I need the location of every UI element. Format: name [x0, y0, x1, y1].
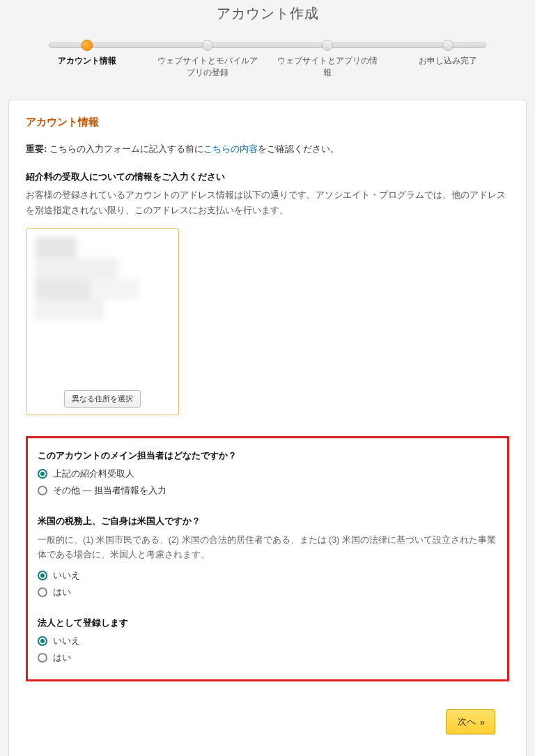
notice-link[interactable]: こちらの内容 [203, 144, 258, 154]
address-box: 異なる住所を選択 [26, 228, 179, 415]
radio-option-payee[interactable]: 上記の紹介料受取人 [38, 468, 497, 480]
radio-option-yes[interactable]: はい [38, 586, 497, 599]
next-button-label: 次へ [458, 716, 476, 728]
question-description: 一般的に、(1) 米国市民である、(2) 米国の合法的居住者である、または (3… [38, 533, 497, 563]
card-footer: 次へ » [26, 702, 509, 755]
step-website-register: ウェブサイトとモバイルアプリの登録 [155, 37, 260, 79]
radio-option-other[interactable]: その他 — 担当者情報を入力 [38, 484, 497, 497]
radio-option-no[interactable]: いいえ [38, 635, 497, 647]
radio-label: いいえ [53, 569, 80, 582]
radio-icon [38, 469, 47, 479]
step-complete: お申し込み完了 [396, 37, 500, 79]
step-account-info: アカウント情報 [35, 37, 139, 79]
radio-label: その他 — 担当者情報を入力 [53, 484, 166, 497]
question-corporation: 法人として登録します いいえ はい [38, 617, 497, 664]
account-info-card: アカウント情報 重要: こちらの入力フォームに記入する前にこちらの内容をご確認く… [8, 100, 527, 756]
notice-label: 重要: [26, 144, 47, 154]
step-website-info: ウェブサイトとアプリの情報 [275, 37, 380, 79]
step-dot-icon [322, 40, 333, 51]
next-button[interactable]: 次へ » [446, 709, 495, 734]
step-dot-icon [202, 40, 213, 51]
page-title: アカウント作成 [0, 0, 535, 37]
radio-icon [38, 486, 47, 495]
radio-option-no[interactable]: いいえ [38, 569, 497, 582]
payee-heading: 紹介料の受取人についての情報をご入力ください [26, 171, 509, 183]
radio-label: 上記の紹介料受取人 [53, 468, 134, 480]
step-dot-icon [442, 40, 453, 51]
step-dot-icon [82, 40, 93, 51]
important-notice: 重要: こちらの入力フォームに記入する前にこちらの内容をご確認ください。 [26, 143, 509, 155]
progress-stepper: アカウント情報 ウェブサイトとモバイルアプリの登録 ウェブサイトとアプリの情報 … [35, 37, 500, 79]
double-chevron-right-icon: » [480, 717, 483, 727]
card-title: アカウント情報 [26, 116, 509, 129]
address-blurred-content [35, 237, 170, 383]
highlighted-questions-box: このアカウントのメイン担当者はどなたですか？ 上記の紹介料受取人 その他 — 担… [26, 436, 509, 682]
radio-label: いいえ [53, 635, 80, 647]
notice-text-before: こちらの入力フォームに記入する前に [47, 144, 203, 154]
notice-text-after: をご確認ください。 [258, 144, 339, 154]
question-title: このアカウントのメイン担当者はどなたですか？ [38, 449, 497, 462]
radio-icon [38, 653, 47, 663]
step-label: ウェブサイトとモバイルアプリの登録 [155, 55, 260, 79]
question-title: 法人として登録します [38, 617, 497, 629]
radio-label: はい [53, 651, 71, 664]
radio-icon [38, 636, 47, 646]
radio-icon [38, 587, 47, 597]
question-us-person: 米国の税務上、ご自身は米国人ですか？ 一般的に、(1) 米国市民である、(2) … [38, 515, 497, 599]
step-label: ウェブサイトとアプリの情報 [275, 55, 380, 79]
question-main-contact: このアカウントのメイン担当者はどなたですか？ 上記の紹介料受取人 その他 — 担… [38, 449, 497, 497]
radio-label: はい [53, 586, 71, 599]
step-label: アカウント情報 [35, 55, 139, 67]
radio-option-yes[interactable]: はい [38, 651, 497, 664]
radio-icon [38, 571, 47, 580]
select-different-address-button[interactable]: 異なる住所を選択 [64, 390, 141, 408]
step-label: お申し込み完了 [396, 55, 500, 67]
payee-description: お客様の登録されているアカウントのアドレス情報は以下の通りです。アソシエイト・プ… [26, 187, 509, 218]
question-title: 米国の税務上、ご自身は米国人ですか？ [38, 515, 497, 527]
